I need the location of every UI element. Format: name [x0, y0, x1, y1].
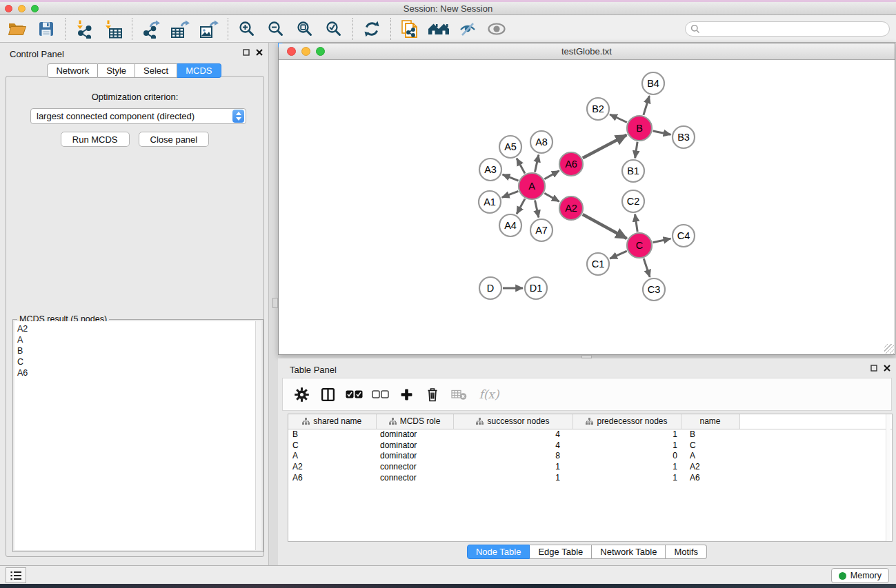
import-network-button[interactable] — [74, 18, 94, 40]
zoom-selected-button[interactable] — [323, 18, 344, 40]
edge-A-A1[interactable] — [502, 191, 519, 197]
network-overview-button[interactable] — [399, 18, 420, 40]
search-field[interactable] — [685, 21, 890, 37]
tab-node-table[interactable]: Node Table — [467, 545, 530, 559]
export-network-button[interactable] — [141, 18, 161, 40]
close-panel-icon[interactable] — [884, 365, 890, 372]
zoom-out-button[interactable] — [266, 18, 286, 40]
mcds-result-item[interactable]: B — [17, 345, 255, 356]
export-image-button[interactable] — [199, 18, 219, 40]
zoom-in-button[interactable] — [237, 18, 257, 40]
edge-A-A8[interactable] — [535, 155, 539, 172]
table-panel-tabs: Node TableEdge TableNetwork TableMotifs — [278, 545, 896, 559]
vertical-splitter-grip[interactable] — [272, 298, 278, 308]
column-header-name[interactable]: name — [681, 414, 739, 429]
mcds-result-scrollbar[interactable] — [256, 321, 261, 550]
table-row[interactable]: A2connector11A2 — [288, 461, 892, 472]
columns-icon — [321, 387, 335, 402]
tab-network-table[interactable]: Network Table — [592, 545, 666, 559]
control-panel-tabs: NetworkStyleSelectMCDS — [0, 63, 268, 78]
header-empty-space — [739, 414, 892, 429]
memory-status-icon — [839, 572, 846, 580]
open-folder-icon — [8, 21, 27, 37]
table-cell: 1 — [573, 461, 681, 472]
table-options-button[interactable] — [291, 383, 312, 406]
node-label-A: A — [528, 181, 535, 192]
mcds-result-item[interactable]: A6 — [17, 367, 255, 378]
float-panel-icon[interactable] — [870, 365, 877, 372]
zoom-fit-button[interactable] — [295, 18, 315, 40]
table-cell: 4 — [453, 440, 573, 451]
criterion-dropdown-value: largest connected component (directed) — [31, 111, 232, 121]
select-all-button[interactable] — [344, 383, 364, 406]
tab-style[interactable]: Style — [98, 63, 135, 78]
column-header-mcds-role[interactable]: MCDS role — [376, 414, 453, 429]
hide-panels-button[interactable] — [457, 18, 478, 40]
edge-C-C1[interactable] — [610, 251, 627, 258]
column-header-predecessor-nodes[interactable]: predecessor nodes — [573, 414, 681, 429]
function-builder-button[interactable]: f(x) — [475, 383, 504, 406]
search-input[interactable] — [703, 24, 889, 34]
task-history-button[interactable] — [6, 567, 26, 583]
network-document-icon — [401, 19, 419, 39]
edge-A-A5[interactable] — [517, 159, 525, 174]
table-row[interactable]: Adominator80A — [288, 451, 892, 462]
mcds-result-item[interactable]: C — [17, 356, 255, 367]
edge-A-A2[interactable] — [544, 193, 559, 201]
close-panel-button[interactable]: Close panel — [139, 132, 210, 147]
import-table-button[interactable] — [103, 18, 123, 40]
table-cell: A2 — [288, 461, 376, 472]
list-icon — [9, 570, 23, 581]
export-table-icon — [170, 19, 190, 39]
edge-A-A7[interactable] — [535, 201, 539, 218]
run-mcds-button[interactable]: Run MCDS — [61, 132, 130, 147]
column-header-successor-nodes[interactable]: successor nodes — [453, 414, 573, 429]
edge-B-B4[interactable] — [644, 96, 650, 115]
network-canvas[interactable]: B4B2BB3B1A5A8A6A3AA1A4A7A2C2CC4C1C3DD1 — [279, 60, 895, 354]
table-cell: 1 — [453, 472, 573, 483]
delete-column-button[interactable] — [422, 383, 443, 406]
edge-B-B2[interactable] — [610, 114, 627, 123]
edge-C-C2[interactable] — [635, 214, 638, 232]
delete-table-button[interactable] — [448, 383, 469, 406]
tab-network[interactable]: Network — [47, 63, 98, 78]
home-button[interactable] — [428, 18, 449, 40]
table-row[interactable]: A6connector11A6 — [288, 472, 892, 483]
table-row[interactable]: Bdominator41B — [288, 429, 892, 440]
search-icon — [690, 24, 700, 34]
tab-motifs[interactable]: Motifs — [666, 545, 707, 559]
table-cell: dominator — [376, 440, 453, 451]
tab-select[interactable]: Select — [135, 63, 177, 78]
window-resize-grip[interactable] — [884, 344, 894, 354]
mcds-result-item[interactable]: A — [17, 334, 255, 345]
edge-B-B3[interactable] — [653, 131, 671, 134]
edge-A-A4[interactable] — [517, 199, 525, 214]
tab-mcds[interactable]: MCDS — [177, 63, 221, 78]
show-panels-button[interactable] — [486, 18, 507, 40]
deselect-all-button[interactable] — [370, 383, 390, 406]
mcds-result-item[interactable]: A2 — [17, 323, 255, 334]
float-panel-icon[interactable] — [243, 49, 250, 56]
memory-button[interactable]: Memory — [831, 568, 889, 583]
edge-A-A6[interactable] — [544, 171, 559, 179]
column-header-label: name — [699, 416, 720, 426]
tab-edge-table[interactable]: Edge Table — [530, 545, 592, 559]
edge-C-C4[interactable] — [653, 239, 671, 243]
open-session-button[interactable] — [7, 18, 28, 40]
edge-A2-C[interactable] — [583, 214, 627, 239]
edge-A6-B[interactable] — [583, 135, 627, 158]
edge-C-C3[interactable] — [644, 258, 650, 277]
column-visibility-button[interactable] — [317, 383, 338, 406]
eye-icon — [487, 22, 506, 36]
add-column-button[interactable] — [396, 383, 417, 406]
column-header-shared-name[interactable]: shared name — [288, 414, 376, 429]
save-session-button[interactable] — [36, 18, 57, 40]
edge-A-A3[interactable] — [503, 174, 519, 181]
edge-B-B1[interactable] — [635, 142, 637, 158]
table-row[interactable]: Cdominator41C — [288, 440, 892, 451]
close-panel-icon[interactable] — [256, 49, 263, 56]
criterion-dropdown[interactable]: largest connected component (directed) — [30, 108, 246, 124]
export-table-button[interactable] — [170, 18, 190, 40]
refresh-view-button[interactable] — [361, 18, 382, 40]
table-scrollbar[interactable] — [886, 414, 890, 541]
